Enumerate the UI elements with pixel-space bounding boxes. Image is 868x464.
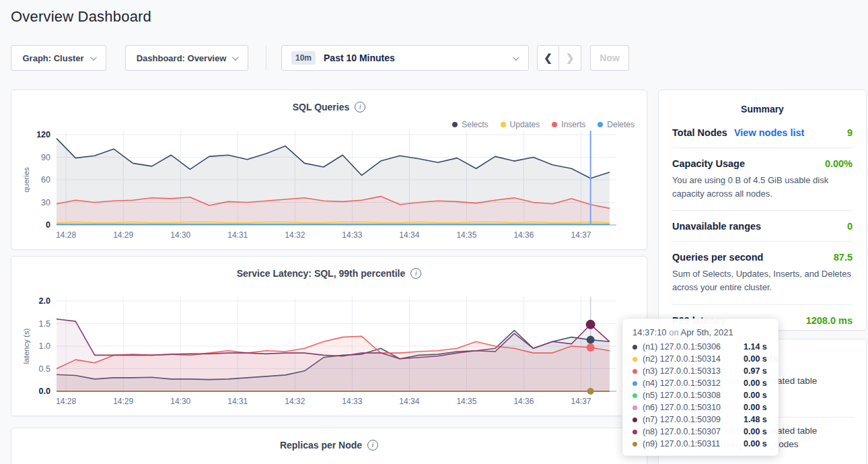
chart-title-service-latency: Service Latency: SQL, 99th percentile	[237, 268, 406, 279]
graph-dropdown[interactable]: Graph: Cluster	[11, 45, 106, 71]
graph-dropdown-label: Graph: Cluster	[22, 53, 83, 63]
p99-latency-value: 1208.0 ms	[806, 315, 853, 326]
svg-text:14:30: 14:30	[170, 230, 190, 240]
replicas-per-node-card: Replicas per Node i	[11, 428, 647, 464]
tooltip-conjunction: on	[669, 327, 678, 337]
svg-text:90: 90	[41, 153, 50, 162]
svg-text:0: 0	[46, 220, 50, 230]
tooltip-node-value: 0.00 s	[744, 354, 767, 364]
tooltip-node-row: (n7) 127.0.0.1:503091.48 s	[632, 413, 768, 426]
node-color-dot-icon	[632, 369, 637, 374]
tooltip-header: 14:37:10 on Apr 5th, 2021	[632, 327, 768, 337]
qps-description: Sum of Selects, Updates, Inserts, and De…	[672, 267, 853, 294]
tooltip-node-address: (n6) 127.0.0.1:50310	[643, 403, 744, 412]
svg-text:14:37: 14:37	[571, 230, 591, 240]
svg-text:14:36: 14:36	[513, 230, 534, 240]
capacity-label: Capacity Usage	[672, 158, 745, 169]
svg-text:14:29: 14:29	[113, 230, 133, 240]
svg-text:0.0: 0.0	[39, 387, 50, 396]
tooltip-node-row: (n1) 127.0.0.1:503061.14 s	[632, 341, 768, 353]
page-title: Overview Dashboard	[11, 8, 151, 26]
chart-title-replicas: Replicas per Node	[280, 440, 362, 451]
node-color-dot-icon	[632, 418, 637, 422]
tooltip-node-value: 1.14 s	[744, 342, 767, 352]
tooltip-node-row: (n8) 127.0.0.1:503070.00 s	[632, 426, 768, 438]
tooltip-date: Apr 5th, 2021	[681, 327, 733, 337]
svg-text:30: 30	[41, 198, 50, 207]
range-badge: 10m	[291, 51, 316, 65]
summary-row-unavailable-ranges: Unavailable ranges 0	[672, 211, 853, 242]
svg-text:latency (s): latency (s)	[22, 328, 30, 364]
unavailable-ranges-label: Unavailable ranges	[672, 221, 761, 232]
tooltip-node-value: 1.48 s	[744, 415, 767, 424]
tooltip-rows: (n1) 127.0.0.1:503061.14 s(n2) 127.0.0.1…	[632, 341, 768, 450]
tooltip-node-row: (n3) 127.0.0.1:503130.97 s	[632, 365, 768, 377]
summary-row-total-nodes: Total Nodes View nodes list 9	[672, 117, 853, 148]
tooltip-time: 14:37:10	[632, 327, 667, 337]
svg-text:120: 120	[36, 130, 50, 139]
tooltip-node-value: 0.00 s	[744, 439, 767, 449]
sql-queries-card: SQL Queries i SelectsUpdatesInsertsDelet…	[11, 90, 647, 250]
tooltip-node-value: 0.00 s	[744, 427, 767, 436]
service-latency-chart[interactable]: 14:2814:2914:3014:3114:3214:3314:3414:35…	[11, 290, 648, 411]
svg-text:60: 60	[41, 175, 50, 185]
svg-text:14:32: 14:32	[285, 230, 305, 240]
svg-text:0.5: 0.5	[39, 364, 50, 374]
tooltip-node-value: 0.00 s	[744, 391, 767, 400]
chevron-down-icon	[232, 54, 239, 61]
tooltip-node-address: (n7) 127.0.0.1:50309	[643, 415, 744, 424]
view-nodes-list-link[interactable]: View nodes list	[734, 127, 805, 138]
total-nodes-value: 9	[847, 127, 853, 138]
qps-value: 87.5	[834, 252, 853, 263]
svg-text:14:33: 14:33	[342, 230, 362, 240]
svg-text:14:33: 14:33	[342, 397, 362, 406]
total-nodes-label: Total Nodes	[672, 127, 727, 138]
chevron-down-icon	[89, 54, 96, 61]
info-icon[interactable]: i	[410, 268, 421, 279]
tooltip-node-address: (n4) 127.0.0.1:50312	[643, 378, 744, 388]
svg-text:14:34: 14:34	[399, 397, 419, 406]
now-button: Now	[590, 45, 629, 71]
info-icon[interactable]: i	[355, 102, 365, 112]
time-nav-group: ❮ ❯	[537, 45, 581, 71]
chart-title-sql-queries: SQL Queries	[293, 102, 350, 112]
range-label: Past 10 Minutes	[324, 53, 395, 63]
tooltip-node-address: (n5) 127.0.0.1:50308	[643, 391, 744, 400]
node-color-dot-icon	[632, 357, 637, 362]
svg-text:14:29: 14:29	[113, 397, 133, 406]
dashboard-dropdown-label: Dashboard: Overview	[137, 53, 227, 63]
svg-text:14:36: 14:36	[513, 397, 534, 406]
svg-text:14:28: 14:28	[56, 230, 76, 240]
tooltip-node-address: (n9) 127.0.0.1:50311	[643, 439, 744, 449]
capacity-description: You are using 0 B of 4.5 GiB usable disk…	[672, 174, 853, 201]
unavailable-ranges-value: 0	[847, 221, 853, 232]
time-back-button[interactable]: ❮	[537, 45, 559, 71]
summary-row-capacity: Capacity Usage 0.00% You are using 0 B o…	[672, 148, 853, 211]
svg-text:14:35: 14:35	[456, 397, 476, 406]
svg-text:1.0: 1.0	[39, 341, 50, 351]
controls-bar: Graph: Cluster Dashboard: Overview 10m P…	[11, 45, 629, 71]
capacity-value: 0.00%	[825, 158, 853, 169]
latency-chart-tooltip: 14:37:10 on Apr 5th, 2021 (n1) 127.0.0.1…	[622, 319, 779, 456]
svg-text:14:31: 14:31	[227, 230, 248, 240]
toolbar-divider	[266, 45, 266, 71]
tooltip-node-value: 0.00 s	[744, 378, 767, 388]
tooltip-node-value: 0.97 s	[744, 366, 767, 376]
time-range-selector[interactable]: 10m Past 10 Minutes	[281, 45, 529, 71]
tooltip-node-row: (n4) 127.0.0.1:503120.00 s	[632, 377, 768, 389]
svg-text:1.5: 1.5	[39, 319, 50, 329]
svg-text:14:28: 14:28	[56, 397, 76, 406]
qps-label: Queries per second	[672, 252, 763, 263]
svg-text:14:34: 14:34	[399, 230, 419, 240]
tooltip-node-address: (n3) 127.0.0.1:50313	[643, 366, 744, 376]
summary-panel: Summary Total Nodes View nodes list 9 Ca…	[658, 90, 867, 331]
svg-text:14:32: 14:32	[285, 397, 305, 406]
node-color-dot-icon	[632, 405, 637, 410]
info-icon[interactable]: i	[367, 440, 378, 451]
svg-text:14:31: 14:31	[227, 397, 248, 406]
dashboard-dropdown[interactable]: Dashboard: Overview	[125, 45, 248, 71]
tooltip-node-row: (n6) 127.0.0.1:503100.00 s	[632, 401, 768, 413]
sql-queries-chart[interactable]: 14:2814:2914:3014:3114:3214:3314:3414:35…	[11, 124, 648, 245]
tooltip-node-address: (n2) 127.0.0.1:50314	[643, 354, 744, 364]
tooltip-node-value: 0.00 s	[744, 403, 767, 412]
